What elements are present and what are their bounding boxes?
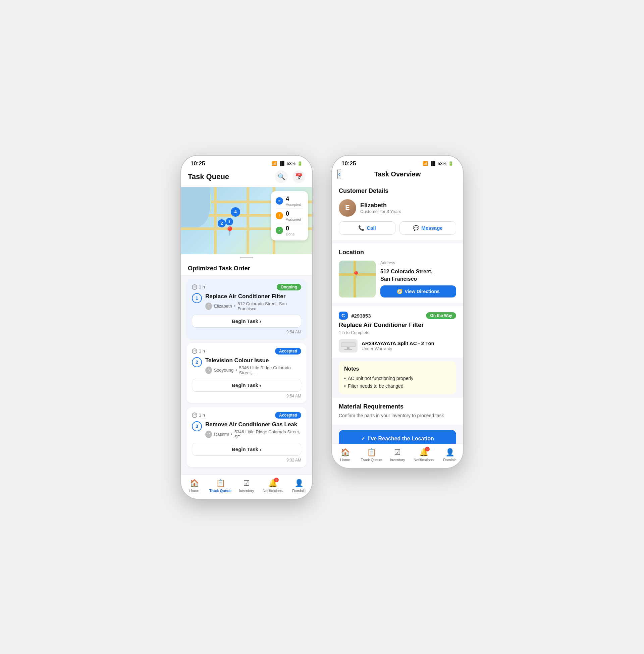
battery-label-2: 53% [438, 161, 446, 166]
call-button[interactable]: 📞 Call [339, 221, 395, 235]
dominic-icon: 👤 [295, 479, 303, 487]
task-1-badge: Ongoing [277, 284, 301, 290]
task-3-time: 9:32 AM [192, 458, 301, 463]
notes-title: Notes [344, 366, 451, 372]
task-section-header: Optimized Task Order [181, 260, 312, 276]
nav-track-label-2: Track Queue [361, 458, 382, 462]
begin-task-2-button[interactable]: Begin Task › [192, 379, 301, 392]
battery-label: 53% [287, 161, 296, 166]
task-section-title: Optimized Task Order [188, 265, 250, 272]
nav-inventory-2[interactable]: ☑ Inventory [384, 447, 411, 463]
signal-icon: ▐▊ [279, 161, 285, 166]
done-label: Done [286, 232, 295, 236]
nav-track-label: Track Queue [209, 489, 231, 493]
nav-home-2[interactable]: 🏠 Home [332, 447, 358, 463]
task-2-duration: ⏱ 1 h [192, 348, 205, 354]
customer-details-card: Customer Details E Elizabeth Customer fo… [332, 182, 463, 240]
wifi-icon: 📶 [272, 161, 277, 166]
navigation-icon: 🧭 [397, 289, 402, 294]
task-1-name: Replace Air Conditioner Filter [205, 293, 301, 300]
inventory-icon-2: ☑ [394, 448, 401, 457]
task-3-address: 5346 Little Ridge Colorado Street, SF [234, 429, 301, 439]
home-icon-2: 🏠 [341, 448, 350, 457]
task-2-name: Television Colour Issue [205, 357, 301, 364]
nav-track-2[interactable]: 📋 Track Queue [358, 447, 384, 463]
task-3-avatar: R [205, 430, 212, 438]
status-bar-1: 10:25 📶 ▐▊ 53% 🔋 [181, 156, 312, 167]
begin-task-3-button[interactable]: Begin Task › [192, 443, 301, 456]
assigned-count: 0 [286, 210, 301, 217]
message-icon: 💬 [413, 225, 419, 231]
task-1-avatar: E [205, 303, 212, 310]
calendar-button[interactable]: 📅 [293, 170, 305, 183]
location-info: Address 512 Colorado Street,San Francisc… [381, 261, 456, 298]
status-bar-2: 10:25 📶 ▐▊ 53% 🔋 [332, 156, 463, 167]
track-icon-2: 📋 [367, 448, 376, 457]
task-item-2: ⏱ 1 h Accepted 2 Television Colour Issue [186, 343, 306, 403]
accepted-label: Accepted [286, 203, 301, 207]
task-overview-title: Task Overview [374, 170, 421, 178]
customer-name: Elizabeth [360, 202, 401, 209]
material-description: Confirm the parts in your inventory to p… [339, 412, 456, 419]
signal-icon-2: ▐▊ [430, 161, 436, 166]
customer-section-title: Customer Details [339, 187, 456, 194]
clock-icon-2: ⏱ [192, 348, 197, 354]
product-name: AR24AYAYATA Split AC - 2 Ton [362, 341, 434, 346]
stat-assigned: ! 0 Assigned [276, 209, 303, 224]
notes-item-2: • Filter needs to be changed [344, 382, 451, 390]
map-stats: ≡ 4 Accepted ! 0 Assigned [271, 191, 308, 240]
search-button[interactable]: 🔍 [275, 170, 288, 183]
task-id-text: #293853 [351, 313, 371, 319]
svg-rect-1 [342, 343, 355, 347]
status-icons-2: 📶 ▐▊ 53% 🔋 [423, 161, 454, 166]
nav-inventory-1[interactable]: ☑ Inventory [233, 477, 260, 494]
location-row: 📍 Address 512 Colorado Street,San Franci… [339, 261, 456, 298]
message-button[interactable]: 💬 Message [399, 221, 456, 235]
nav-notifications-label: Notifications [262, 489, 283, 493]
task-card-duration: 1 h to Complete [339, 330, 456, 335]
track-icon: 📋 [216, 479, 225, 487]
nav-dominic-1[interactable]: 👤 Dominic [286, 477, 312, 494]
begin-task-1-button[interactable]: Begin Task › [192, 314, 301, 328]
status-time-1: 10:25 [190, 160, 205, 167]
task-card-name: Replace Air Conditioner Filter [339, 322, 456, 329]
task-overview-header: ‹ Task Overview [332, 167, 463, 182]
back-button[interactable]: ‹ [338, 169, 341, 179]
customer-avatar: E [339, 199, 356, 217]
task-3-meta: R Rashmi • 5346 Little Ridge Colorado St… [205, 429, 301, 439]
stat-done: ✓ 0 Done [276, 224, 303, 238]
notes-card: Notes • AC unit not functioning properly… [339, 361, 456, 394]
bottom-nav-1: 🏠 Home 📋 Track Queue ☑ Inventory [181, 474, 312, 499]
customer-since: Customer for 3 Years [360, 209, 401, 214]
product-image [339, 339, 358, 352]
nav-dominic-2[interactable]: 👤 Dominic [437, 447, 463, 463]
nav-notifications-label-2: Notifications [414, 458, 434, 462]
nav-inventory-label: Inventory [239, 489, 254, 493]
task-list: ⏱ 1 h Ongoing 1 Replace Air Conditioner … [181, 276, 312, 474]
bottom-nav-2: 🏠 Home 📋 Track Queue ☑ Inventory [332, 444, 463, 468]
product-row: AR24AYAYATA Split AC - 2 Ton Under Warra… [339, 339, 456, 352]
accepted-count: 4 [286, 195, 301, 203]
inventory-icon: ☑ [243, 479, 250, 487]
dominic-icon-2: 👤 [445, 448, 455, 457]
phone-1: 10:25 📶 ▐▊ 53% 🔋 Task Queue 🔍 📅 [181, 156, 312, 499]
view-directions-button[interactable]: 🧭 View Directions [381, 285, 456, 298]
assigned-icon: ! [276, 212, 283, 219]
reached-location-button[interactable]: ✓ I've Reached the Location [339, 430, 456, 443]
material-title: Material Requirements [339, 403, 456, 410]
clock-icon-3: ⏱ [192, 413, 197, 418]
task-3-duration: ⏱ 1 h [192, 413, 205, 418]
location-map-thumb: 📍 [339, 261, 376, 298]
nav-track-1[interactable]: 📋 Track Queue [207, 477, 233, 494]
nav-home-1[interactable]: 🏠 Home [181, 477, 207, 494]
nav-notifications-2[interactable]: 🔔 1 Notifications [411, 447, 437, 463]
phones-container: 10:25 📶 ▐▊ 53% 🔋 Task Queue 🔍 📅 [181, 156, 463, 499]
task-detail-card: C #293853 On the Way Replace Air Conditi… [332, 306, 463, 358]
notifications-badge-2: 1 [425, 447, 430, 451]
product-warranty: Under Warranty [362, 346, 434, 351]
done-count: 0 [286, 225, 295, 232]
task-2-address: 5346 Little Ridge Colorado Street,... [239, 365, 301, 375]
phone-1-header: Task Queue 🔍 📅 [181, 167, 312, 187]
nav-notifications-1[interactable]: 🔔 1 Notifications [260, 477, 286, 494]
map-area: 4 2 1 📍 ≡ 4 Accepted ! [181, 187, 312, 254]
